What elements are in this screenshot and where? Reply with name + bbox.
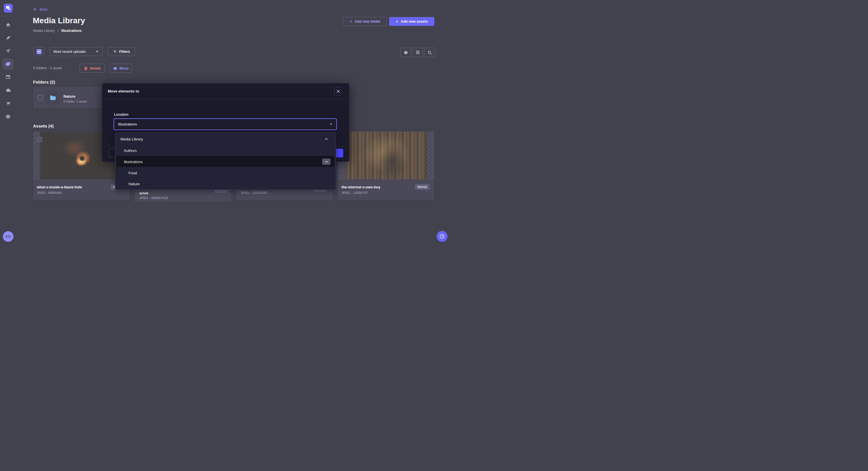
tree-item-label: Nature: [128, 182, 140, 186]
tree-item-label: Food: [128, 171, 137, 175]
tree-item-authors[interactable]: Authors: [115, 145, 336, 156]
chevron-up-icon: [325, 161, 328, 163]
location-select[interactable]: Illustrations: [114, 118, 337, 130]
tree-item-food[interactable]: Food: [115, 167, 336, 179]
location-dropdown: Media Library Authors Illustrations Food…: [115, 132, 336, 190]
modal-title: Move elements to: [108, 89, 139, 93]
modal-header: Move elements to: [102, 83, 349, 99]
tree-item-label: Authors: [124, 148, 137, 153]
collapse-illustrations-button[interactable]: [322, 159, 331, 165]
close-icon: [337, 90, 340, 93]
tree-item-media-library[interactable]: Media Library: [115, 133, 336, 145]
tree-item-label: Illustrations: [124, 160, 143, 164]
close-button[interactable]: [334, 87, 342, 95]
tree-item-label: Media Library: [120, 137, 143, 141]
tree-item-nature[interactable]: Nature: [115, 178, 336, 190]
chevron-down-icon: [330, 124, 332, 125]
location-label: Location: [114, 112, 128, 116]
location-value: Illustrations: [118, 122, 137, 126]
tree-item-illustrations[interactable]: Illustrations: [115, 156, 336, 167]
chevron-up-icon[interactable]: [324, 138, 328, 140]
